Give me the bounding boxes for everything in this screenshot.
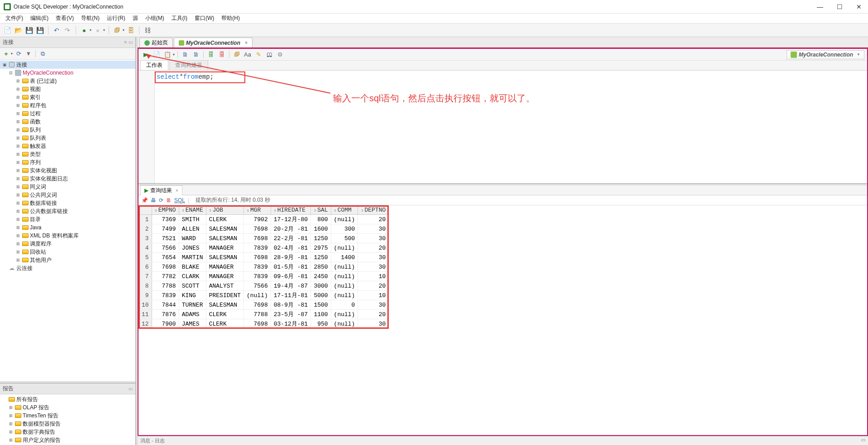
- column-header[interactable]: ⇕MGR: [243, 206, 271, 215]
- bookmark-icon[interactable]: 🕮: [265, 50, 274, 59]
- filter-icon[interactable]: ▼: [24, 50, 33, 58]
- uppercase-icon[interactable]: Aa: [243, 50, 252, 59]
- column-header[interactable]: ⇕COMM: [331, 206, 358, 215]
- menu-item[interactable]: 编辑(E): [27, 14, 52, 23]
- tree-item[interactable]: ⊞触发器: [0, 142, 135, 150]
- menu-item[interactable]: 帮助(H): [218, 14, 243, 23]
- pin-icon[interactable]: 📌: [141, 197, 148, 204]
- tree-item[interactable]: ⊞类型: [0, 150, 135, 158]
- run-script-icon[interactable]: 📄: [152, 50, 161, 59]
- sql-link[interactable]: SQL: [174, 197, 185, 204]
- refresh-icon[interactable]: ⟳: [14, 50, 23, 58]
- delete-icon[interactable]: 🗎: [166, 197, 172, 204]
- tree-item[interactable]: ⊞程序包: [0, 101, 135, 109]
- table-row[interactable]: 37521WARDSALESMAN769822-2月 -81125050030: [139, 234, 389, 243]
- panel-minimize-icon[interactable]: ▭: [129, 40, 133, 45]
- table-row[interactable]: 17369SMITHCLERK790217-12月-80800(null)20: [139, 215, 389, 224]
- tree-item[interactable]: ⊞目录: [0, 215, 135, 223]
- tree-item[interactable]: ⊞TimesTen 报告: [0, 412, 135, 420]
- table-row[interactable]: 77782CLARKMANAGER783909-6月 -812450(null)…: [139, 272, 389, 281]
- tree-item[interactable]: ⊞数据模型器报告: [0, 420, 135, 428]
- tree-item[interactable]: ⊞实体化视图: [0, 166, 135, 175]
- tree-item[interactable]: ⊞表 (已过滤): [0, 77, 135, 85]
- tree-item[interactable]: ⊞调度程序: [0, 240, 135, 248]
- new-icon[interactable]: 📄: [3, 26, 12, 35]
- sql-editor[interactable]: select * from emp ;: [138, 71, 867, 184]
- tree-root-connections[interactable]: ▣ 连接: [0, 61, 135, 69]
- table-row[interactable]: 87788SCOTTANALYST756619-4月 -873000(null)…: [139, 281, 389, 291]
- maximize-button[interactable]: ☐: [834, 2, 845, 11]
- tree-item[interactable]: ⊞索引: [0, 93, 135, 101]
- run-statement-icon[interactable]: ▶: [141, 50, 150, 59]
- panel-pin-icon[interactable]: ×: [124, 40, 127, 45]
- menu-item[interactable]: 小组(M): [142, 14, 168, 23]
- table-row[interactable]: 107844TURNERSALESMAN769808-9月 -811500030: [139, 300, 389, 310]
- monitor-icon[interactable]: ⛓: [143, 26, 152, 35]
- reports-tree[interactable]: 所有报告 ⊞OLAP 报告⊞TimesTen 报告⊞数据模型器报告⊞数据字典报告…: [0, 394, 135, 445]
- tree-item[interactable]: ⊞OLAP 报告: [0, 403, 135, 412]
- copy-icon[interactable]: ⧉: [38, 50, 47, 58]
- column-header[interactable]: ⇕ENAME: [179, 206, 206, 215]
- column-header[interactable]: ⇕EMPNO: [152, 206, 179, 215]
- commit-icon[interactable]: 🗎: [191, 50, 200, 59]
- tree-item[interactable]: ⊞用户定义的报告: [0, 436, 135, 444]
- query-result-tab[interactable]: ▶ 查询结果 ×: [140, 185, 182, 195]
- reports-root[interactable]: 所有报告: [0, 395, 135, 403]
- table-row[interactable]: 67698BLAKEMANAGER783901-5月 -812850(null)…: [139, 262, 389, 272]
- save-all-icon[interactable]: 💾: [35, 26, 44, 35]
- query-builder-tab[interactable]: 查询构建器: [169, 60, 208, 70]
- explain-plan-icon[interactable]: 📋: [163, 50, 172, 59]
- refresh-icon[interactable]: ⟳: [159, 197, 163, 204]
- column-header[interactable]: ⇕SAL: [311, 206, 331, 215]
- sql-history-icon[interactable]: 🗊: [232, 50, 241, 59]
- menu-item[interactable]: 窗口(W): [191, 14, 218, 23]
- minimize-button[interactable]: —: [814, 2, 826, 11]
- tree-item[interactable]: ⊞队列表: [0, 134, 135, 142]
- format-icon[interactable]: ✎: [254, 50, 263, 59]
- open-icon[interactable]: 📂: [14, 26, 23, 35]
- print-icon[interactable]: 🖶: [151, 197, 156, 204]
- tree-item[interactable]: ⊞队列: [0, 126, 135, 134]
- tree-item[interactable]: ⊞视图: [0, 85, 135, 93]
- menu-item[interactable]: 工具(I): [168, 14, 191, 23]
- table-row[interactable]: 47566JONESMANAGER783902-4月 -812975(null)…: [139, 243, 389, 253]
- sql-worksheet-icon[interactable]: 🗊: [113, 26, 122, 35]
- save-icon[interactable]: 💾: [24, 26, 33, 35]
- worksheet-tab[interactable]: 工作表: [140, 60, 168, 70]
- close-tab-icon[interactable]: ×: [245, 40, 248, 45]
- panel-minimize-icon[interactable]: ▭: [129, 386, 133, 391]
- new-connection-icon[interactable]: ＋: [2, 50, 10, 58]
- tree-item[interactable]: ⊞实体化视图日志: [0, 175, 135, 183]
- close-icon[interactable]: ▭: [861, 437, 865, 442]
- table-row[interactable]: 97839KINGPRESIDENT(null)17-11月-815000(nu…: [139, 291, 389, 300]
- menu-item[interactable]: 源: [129, 14, 142, 23]
- nav-back-icon[interactable]: ●: [80, 26, 89, 35]
- tab-start-page[interactable]: 起始页: [139, 38, 173, 47]
- close-tab-icon[interactable]: ×: [176, 188, 178, 193]
- tree-item[interactable]: ⊞数据库链接: [0, 199, 135, 207]
- tree-item[interactable]: ⊞公共数据库链接: [0, 207, 135, 215]
- menu-item[interactable]: 导航(N): [77, 14, 103, 23]
- tree-item[interactable]: ⊞其他用户: [0, 256, 135, 264]
- results-grid[interactable]: ⇕EMPNO⇕ENAME⇕JOB⇕MGR⇕HIREDATE⇕SAL⇕COMM⇕D…: [138, 205, 867, 435]
- settings-icon[interactable]: ⚙: [276, 50, 285, 59]
- tree-item[interactable]: ⊞回收站: [0, 248, 135, 256]
- table-row[interactable]: 117876ADAMSCLERK778823-5月 -871100(null)2…: [139, 310, 389, 319]
- autotrace-icon[interactable]: 🗎: [181, 50, 190, 59]
- menu-item[interactable]: 查看(V): [52, 14, 77, 23]
- rollback-icon[interactable]: 🗄: [206, 50, 215, 59]
- clear-icon[interactable]: 🗄: [217, 50, 226, 59]
- menu-item[interactable]: 运行(R): [103, 14, 129, 23]
- table-row[interactable]: 57654MARTINSALESMAN769828-9月 -8112501400…: [139, 253, 389, 262]
- tree-item[interactable]: ⊞数据字典报告: [0, 428, 135, 436]
- dba-icon[interactable]: 🗄: [126, 26, 135, 35]
- table-row[interactable]: 27499ALLENSALESMAN769820-2月 -81160030030: [139, 224, 389, 234]
- column-header[interactable]: ⇕HIREDATE: [271, 206, 310, 215]
- tree-item[interactable]: ⊞序列: [0, 158, 135, 166]
- close-button[interactable]: ✕: [854, 2, 864, 11]
- column-header[interactable]: ⇕JOB: [206, 206, 243, 215]
- tree-item[interactable]: ⊞函数: [0, 118, 135, 126]
- tree-connection-node[interactable]: ⊟ MyOracleConnection: [0, 69, 135, 77]
- menu-item[interactable]: 文件(F): [2, 14, 27, 23]
- tree-item[interactable]: ⊞同义词: [0, 183, 135, 191]
